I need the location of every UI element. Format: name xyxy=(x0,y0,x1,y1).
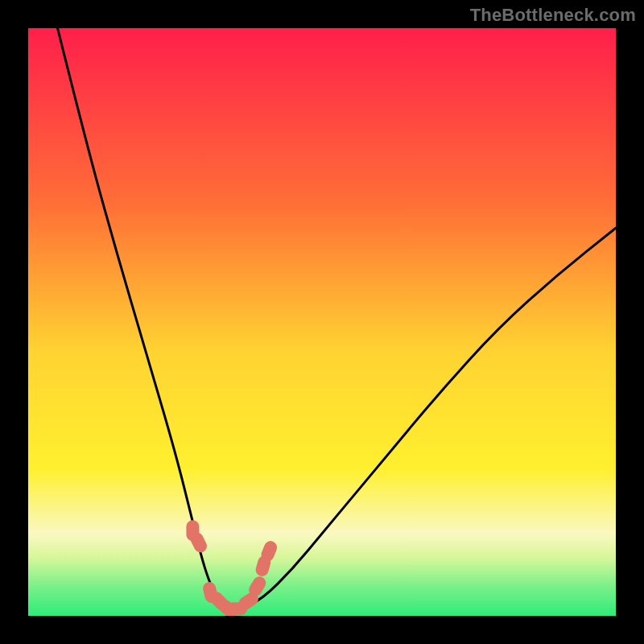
chart-frame xyxy=(28,28,616,616)
watermark-text: TheBottleneck.com xyxy=(470,5,636,26)
bottleneck-curve xyxy=(58,28,617,610)
marker-group xyxy=(186,520,279,616)
chart-svg xyxy=(28,28,616,616)
